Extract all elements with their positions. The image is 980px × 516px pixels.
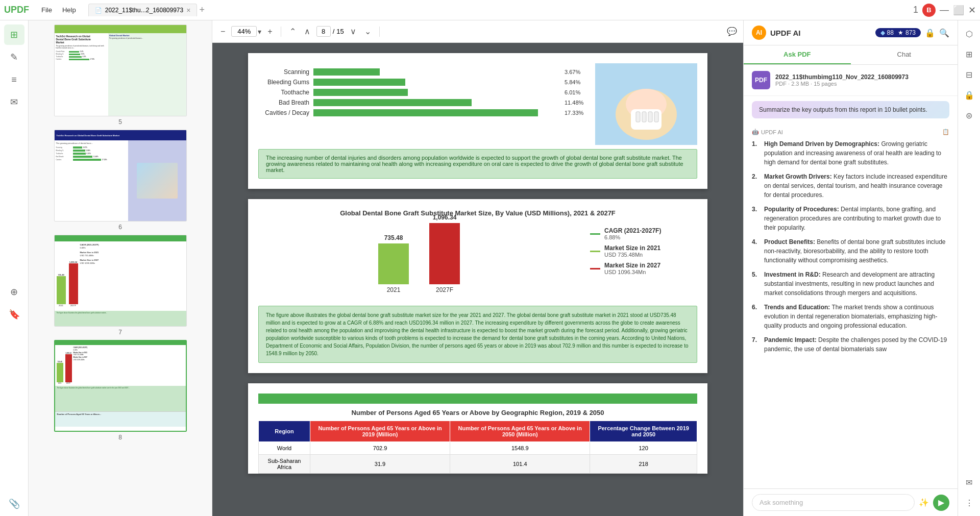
sidebar-icon-comment[interactable]: ✉ [4,92,24,112]
pdf-page-top: Scanning 3.67% Bleeding Gums [248,53,707,189]
thumb-box-5: TechSci Research on GlobalDental Bone Gr… [54,24,187,116]
toolbar-separator-2 [379,27,380,37]
toolbar-separator-1 [281,27,281,37]
zoom-value[interactable]: 44% [231,26,257,37]
nav-up-button[interactable]: ∧ [302,26,312,37]
zoom-out-button[interactable]: − [218,26,227,37]
thumb-8-num: 8 [118,434,122,441]
user-avatar[interactable]: B [922,4,936,17]
thumb-box-6: TechSci Research on Global Dental Bone G… [54,130,187,222]
updf-logo: UPDF [4,5,29,15]
sidebar-icon-attach[interactable]: 📎 [4,494,24,514]
bullet-5-num: 5. [752,270,760,298]
thumbnail-7[interactable]: 735.48 2021 1,096.34 2027F CAGR (2021-20… [33,235,208,336]
sr-icon-compress[interactable]: ⊟ [960,65,978,84]
legend-color-2027 [590,268,600,269]
page-total: 15 [336,28,344,35]
page-number-input[interactable] [316,26,331,37]
legend-market-2021-content: Market Size in 2021 USD 735.48Mn [604,244,660,258]
zoom-dropdown-button[interactable]: ▾ [258,28,261,36]
help-menu[interactable]: Help [58,4,80,16]
cell-africa-2050: 101.4 [450,455,590,474]
tab-close-button[interactable]: × [186,6,190,14]
svg-rect-6 [648,112,652,122]
thumbnail-6[interactable]: TechSci Research on Global Dental Bone G… [33,130,208,231]
bar-year-2027: 2027F [436,286,453,293]
window-page-select[interactable]: 1 [913,5,918,15]
bullet-5: 5. Investment in R&D: Research and devel… [752,270,949,298]
svg-rect-7 [654,112,658,122]
clipboard-icon[interactable]: 📋 [942,129,949,135]
dental-pct-cavities: 17.33% [565,110,590,116]
main-layout: ⊞ ✎ ≡ ✉ ⊕ 🔖 📎 TechSci Research on Global… [0,20,980,516]
credits-diamond-count: 88 [887,29,894,36]
comment-button[interactable]: 💬 [727,27,737,36]
maximize-button[interactable]: ⬜ [953,5,964,16]
thumb-6-num: 6 [118,224,122,231]
bullet-4: 4. Product Benefits: Benefits of dental … [752,237,949,265]
thumb-box-7: 735.48 2021 1,096.34 2027F CAGR (2021-20… [54,235,187,327]
sidebar-icon-edit[interactable]: ✎ [4,47,24,67]
sidebar-icon-layers[interactable]: ⊕ [4,282,24,302]
green-info-box: The increasing number of dental injuries… [258,149,697,179]
legend-market-2027-label: Market Size in 2027 [604,262,660,269]
ai-content: 🤖 UPDF AI 📋 1. High Demand Driven by Dem… [744,124,958,488]
sidebar-icon-home[interactable]: ⊞ [4,24,24,45]
page-separator: / [333,28,335,35]
ai-panel: AI UPDF AI ◆ 88 ★ 873 🔒 🔍 Ask PDF Chat P… [743,20,958,516]
new-tab-button[interactable]: + [199,5,205,15]
cell-world-pct: 120 [590,442,697,455]
sr-icon-ocr[interactable]: ⊞ [960,45,978,63]
ai-input-field[interactable] [752,494,915,511]
bar-value-2027: 1,096.34 [433,214,457,221]
ai-source-icon: 🤖 [752,129,759,135]
thumbnail-8[interactable]: 735.48 2021 1,096.34 2027F CAGR (2021-20… [33,340,208,441]
tab-chat[interactable]: Chat [851,45,958,64]
bullet-1-num: 1. [752,139,760,167]
bullet-1-text: High Demand Driven by Demographics: Grow… [764,139,949,167]
bullet-7-text: Pandemic Impact: Despite the challenges … [764,335,949,354]
minimize-button[interactable]: — [940,5,949,15]
dental-pct-badbreath: 11.48% [565,100,590,106]
bullet-2-num: 2. [752,172,760,200]
sidebar-icon-text[interactable]: ≡ [4,69,24,90]
nav-top-button[interactable]: ⌃ [287,26,298,37]
svg-rect-5 [642,112,646,122]
data-table: Region Number of Persons Aged 65 Years o… [258,421,697,474]
ai-send-button[interactable]: ▶ [933,495,949,511]
ai-suggestion-button[interactable]: Summarize the key outputs from this repo… [752,101,949,118]
sr-icon-organize[interactable]: ⊜ [960,106,978,125]
sidebar-icon-bookmark[interactable]: 🔖 [4,304,24,325]
nav-bottom-button[interactable]: ⌄ [362,26,373,37]
tab-ask-pdf[interactable]: Ask PDF [744,45,851,64]
sr-icon-more[interactable]: ⋮ [960,494,978,512]
sr-icon-protect[interactable]: 🔒 [960,86,978,104]
bullet-list: 1. High Demand Driven by Demographics: G… [752,139,949,354]
bullet-6: 6. Trends and Education: The market tren… [752,303,949,330]
document-tab[interactable]: 📄 2022_11$thu...2_160809973 × [88,4,198,16]
file-size: 2.3 MB [791,81,809,87]
dental-chart-section: Scanning 3.67% Bleeding Gums [258,63,697,145]
dental-photo [595,63,697,145]
ai-magic-icon[interactable]: ✨ [919,498,929,507]
lock-icon[interactable]: 🔒 [925,28,935,38]
cell-africa-pct: 218 [590,455,697,474]
thumbnail-5[interactable]: TechSci Research on GlobalDental Bone Gr… [33,24,208,126]
table-row-africa: Sub-Saharan Africa 31.9 101.4 218 [259,455,697,474]
table-header-2050: Number of Persons Aged 65 Years or Above… [450,421,590,442]
sr-icon-convert[interactable]: ⬡ [960,24,978,43]
legend-market-2021-label: Market Size in 2021 [604,244,660,252]
nav-down-button[interactable]: ∨ [348,26,358,37]
pdf-area: − 44% ▾ + ⌃ ∧ / 15 ∨ ⌄ 💬 [212,20,743,516]
search-icon[interactable]: 🔍 [939,28,949,38]
sr-icon-stamp[interactable]: ✉ [960,473,978,492]
file-menu[interactable]: File [37,4,56,16]
dental-label-bleeding: Bleeding Gums [258,79,309,86]
legend-market-2027-value: USD 1096.34Mn [604,269,660,275]
dental-chart: Scanning 3.67% Bleeding Gums [258,63,590,125]
zoom-in-button[interactable]: + [265,26,274,37]
bar-chart-body: 735.48 2021 1,096.34 2027F [258,222,697,304]
close-window-button[interactable]: ✕ [968,5,976,16]
thumb-box-8: 735.48 2021 1,096.34 2027F CAGR (2021-20… [54,340,187,432]
dental-pct-bleeding: 5.84% [565,79,590,85]
